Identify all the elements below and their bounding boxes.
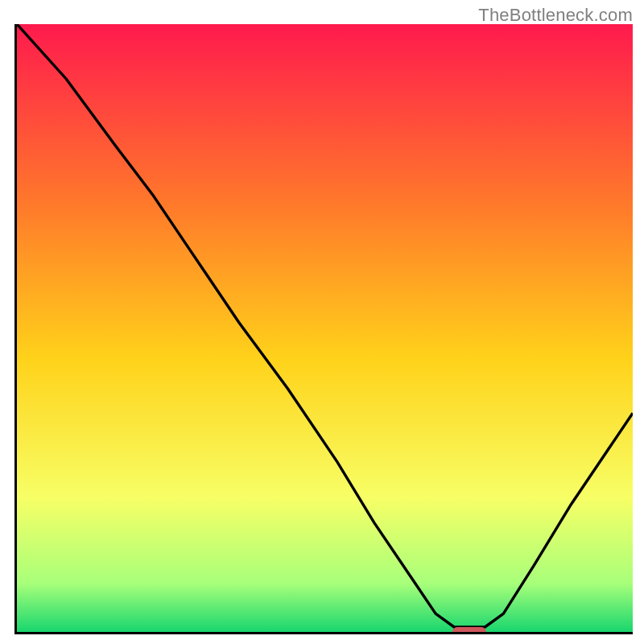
optimal-marker (452, 627, 486, 634)
chart-gradient-background (17, 24, 633, 632)
svg-rect-0 (17, 24, 633, 632)
chart-area (14, 24, 633, 634)
watermark-text: TheBottleneck.com (478, 5, 633, 26)
